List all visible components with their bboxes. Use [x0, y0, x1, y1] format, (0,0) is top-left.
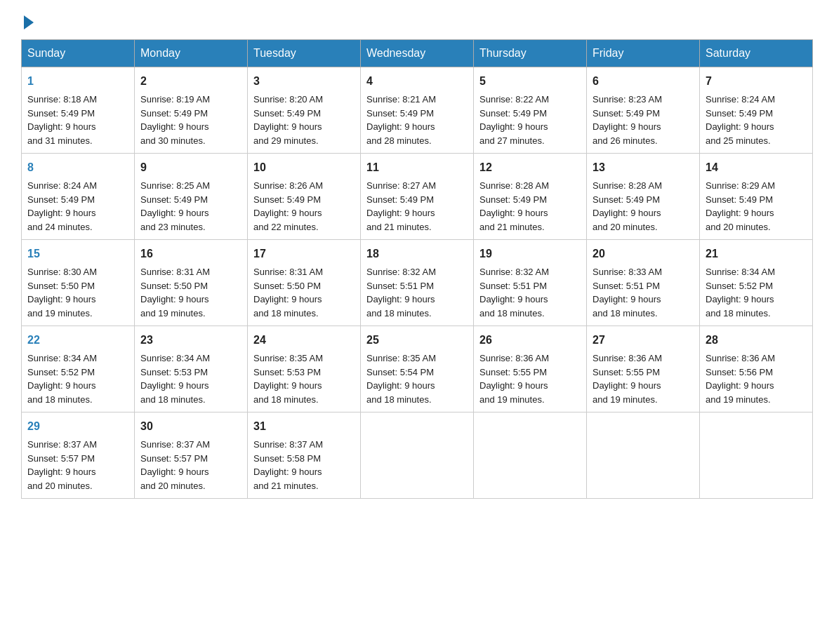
calendar-cell: 4Sunrise: 8:21 AMSunset: 5:49 PMDaylight…	[361, 67, 474, 154]
calendar-cell: 23Sunrise: 8:34 AMSunset: 5:53 PMDayligh…	[135, 326, 248, 412]
calendar-cell: 21Sunrise: 8:34 AMSunset: 5:52 PMDayligh…	[700, 240, 813, 326]
day-number: 11	[366, 159, 468, 176]
day-number: 6	[593, 73, 694, 90]
day-number: 8	[27, 159, 128, 176]
day-number: 7	[706, 73, 807, 90]
day-number: 17	[253, 246, 355, 262]
calendar-cell: 29Sunrise: 8:37 AMSunset: 5:57 PMDayligh…	[22, 412, 135, 499]
day-number: 16	[140, 246, 241, 262]
weekday-header-wednesday: Wednesday	[361, 40, 474, 67]
calendar-cell: 15Sunrise: 8:30 AMSunset: 5:50 PMDayligh…	[22, 240, 135, 326]
calendar-week-row: 15Sunrise: 8:30 AMSunset: 5:50 PMDayligh…	[22, 240, 813, 326]
day-number: 19	[479, 246, 581, 262]
day-info: Sunrise: 8:37 AMSunset: 5:58 PMDaylight:…	[253, 438, 355, 492]
calendar-cell: 7Sunrise: 8:24 AMSunset: 5:49 PMDaylight…	[700, 67, 813, 154]
calendar-week-row: 29Sunrise: 8:37 AMSunset: 5:57 PMDayligh…	[22, 412, 813, 499]
day-number: 29	[27, 418, 128, 435]
calendar-cell: 22Sunrise: 8:34 AMSunset: 5:52 PMDayligh…	[22, 326, 135, 412]
day-info: Sunrise: 8:35 AMSunset: 5:53 PMDaylight:…	[253, 351, 355, 406]
day-number: 21	[706, 246, 807, 262]
calendar-cell: 12Sunrise: 8:28 AMSunset: 5:49 PMDayligh…	[474, 154, 587, 240]
day-info: Sunrise: 8:24 AMSunset: 5:49 PMDaylight:…	[706, 93, 807, 147]
day-info: Sunrise: 8:28 AMSunset: 5:49 PMDaylight:…	[479, 179, 581, 234]
day-number: 23	[140, 332, 241, 349]
day-number: 20	[593, 246, 694, 262]
weekday-header-thursday: Thursday	[474, 40, 587, 67]
calendar-cell: 8Sunrise: 8:24 AMSunset: 5:49 PMDaylight…	[22, 154, 135, 240]
page-header	[21, 14, 813, 27]
day-number: 28	[706, 332, 807, 349]
calendar-cell: 16Sunrise: 8:31 AMSunset: 5:50 PMDayligh…	[135, 240, 248, 326]
day-info: Sunrise: 8:34 AMSunset: 5:52 PMDaylight:…	[27, 351, 128, 406]
day-info: Sunrise: 8:25 AMSunset: 5:49 PMDaylight:…	[140, 179, 241, 234]
day-info: Sunrise: 8:36 AMSunset: 5:55 PMDaylight:…	[593, 351, 694, 406]
day-number: 12	[479, 159, 581, 176]
day-info: Sunrise: 8:19 AMSunset: 5:49 PMDaylight:…	[140, 93, 241, 147]
calendar-cell: 20Sunrise: 8:33 AMSunset: 5:51 PMDayligh…	[587, 240, 700, 326]
day-number: 30	[140, 418, 241, 435]
day-number: 9	[140, 159, 241, 176]
day-info: Sunrise: 8:26 AMSunset: 5:49 PMDaylight:…	[253, 179, 355, 234]
calendar-cell	[700, 412, 813, 499]
weekday-header-row: SundayMondayTuesdayWednesdayThursdayFrid…	[22, 40, 813, 67]
calendar-cell: 3Sunrise: 8:20 AMSunset: 5:49 PMDaylight…	[248, 67, 361, 154]
day-info: Sunrise: 8:30 AMSunset: 5:50 PMDaylight:…	[27, 265, 128, 320]
calendar-cell: 28Sunrise: 8:36 AMSunset: 5:56 PMDayligh…	[700, 326, 813, 412]
day-info: Sunrise: 8:34 AMSunset: 5:53 PMDaylight:…	[140, 351, 241, 406]
day-number: 31	[253, 418, 355, 435]
day-number: 4	[366, 73, 468, 90]
day-number: 5	[479, 73, 581, 90]
calendar-cell: 2Sunrise: 8:19 AMSunset: 5:49 PMDaylight…	[135, 67, 248, 154]
day-info: Sunrise: 8:27 AMSunset: 5:49 PMDaylight:…	[366, 179, 468, 234]
day-number: 1	[27, 73, 128, 90]
day-info: Sunrise: 8:28 AMSunset: 5:49 PMDaylight:…	[593, 179, 694, 234]
weekday-header-sunday: Sunday	[22, 40, 135, 67]
day-info: Sunrise: 8:36 AMSunset: 5:56 PMDaylight:…	[706, 351, 807, 406]
calendar-cell: 17Sunrise: 8:31 AMSunset: 5:50 PMDayligh…	[248, 240, 361, 326]
day-info: Sunrise: 8:24 AMSunset: 5:49 PMDaylight:…	[27, 179, 128, 234]
day-info: Sunrise: 8:22 AMSunset: 5:49 PMDaylight:…	[479, 93, 581, 147]
calendar-cell: 9Sunrise: 8:25 AMSunset: 5:49 PMDaylight…	[135, 154, 248, 240]
day-info: Sunrise: 8:37 AMSunset: 5:57 PMDaylight:…	[27, 438, 128, 492]
calendar-cell	[474, 412, 587, 499]
weekday-header-friday: Friday	[587, 40, 700, 67]
day-number: 26	[479, 332, 581, 349]
calendar-week-row: 1Sunrise: 8:18 AMSunset: 5:49 PMDaylight…	[22, 67, 813, 154]
calendar-cell: 31Sunrise: 8:37 AMSunset: 5:58 PMDayligh…	[248, 412, 361, 499]
weekday-header-monday: Monday	[135, 40, 248, 67]
day-info: Sunrise: 8:18 AMSunset: 5:49 PMDaylight:…	[27, 93, 128, 147]
calendar-cell: 19Sunrise: 8:32 AMSunset: 5:51 PMDayligh…	[474, 240, 587, 326]
weekday-header-tuesday: Tuesday	[248, 40, 361, 67]
day-info: Sunrise: 8:35 AMSunset: 5:54 PMDaylight:…	[366, 351, 468, 406]
calendar-cell: 27Sunrise: 8:36 AMSunset: 5:55 PMDayligh…	[587, 326, 700, 412]
logo-arrow-icon	[24, 15, 34, 29]
calendar-week-row: 22Sunrise: 8:34 AMSunset: 5:52 PMDayligh…	[22, 326, 813, 412]
day-info: Sunrise: 8:23 AMSunset: 5:49 PMDaylight:…	[593, 93, 694, 147]
day-number: 15	[27, 246, 128, 262]
day-info: Sunrise: 8:37 AMSunset: 5:57 PMDaylight:…	[140, 438, 241, 492]
calendar-cell: 18Sunrise: 8:32 AMSunset: 5:51 PMDayligh…	[361, 240, 474, 326]
day-info: Sunrise: 8:31 AMSunset: 5:50 PMDaylight:…	[253, 265, 355, 320]
day-number: 13	[593, 159, 694, 176]
calendar-cell: 6Sunrise: 8:23 AMSunset: 5:49 PMDaylight…	[587, 67, 700, 154]
calendar-cell	[587, 412, 700, 499]
calendar-cell: 24Sunrise: 8:35 AMSunset: 5:53 PMDayligh…	[248, 326, 361, 412]
calendar-cell: 10Sunrise: 8:26 AMSunset: 5:49 PMDayligh…	[248, 154, 361, 240]
calendar-cell: 11Sunrise: 8:27 AMSunset: 5:49 PMDayligh…	[361, 154, 474, 240]
day-number: 25	[366, 332, 468, 349]
calendar-cell: 5Sunrise: 8:22 AMSunset: 5:49 PMDaylight…	[474, 67, 587, 154]
calendar-week-row: 8Sunrise: 8:24 AMSunset: 5:49 PMDaylight…	[22, 154, 813, 240]
day-info: Sunrise: 8:29 AMSunset: 5:49 PMDaylight:…	[706, 179, 807, 234]
day-info: Sunrise: 8:34 AMSunset: 5:52 PMDaylight:…	[706, 265, 807, 320]
day-number: 27	[593, 332, 694, 349]
day-number: 10	[253, 159, 355, 176]
day-number: 22	[27, 332, 128, 349]
day-number: 3	[253, 73, 355, 90]
calendar-cell: 13Sunrise: 8:28 AMSunset: 5:49 PMDayligh…	[587, 154, 700, 240]
calendar-cell: 25Sunrise: 8:35 AMSunset: 5:54 PMDayligh…	[361, 326, 474, 412]
calendar-cell: 30Sunrise: 8:37 AMSunset: 5:57 PMDayligh…	[135, 412, 248, 499]
day-info: Sunrise: 8:32 AMSunset: 5:51 PMDaylight:…	[366, 265, 468, 320]
calendar-cell: 26Sunrise: 8:36 AMSunset: 5:55 PMDayligh…	[474, 326, 587, 412]
day-info: Sunrise: 8:36 AMSunset: 5:55 PMDaylight:…	[479, 351, 581, 406]
day-info: Sunrise: 8:21 AMSunset: 5:49 PMDaylight:…	[366, 93, 468, 147]
